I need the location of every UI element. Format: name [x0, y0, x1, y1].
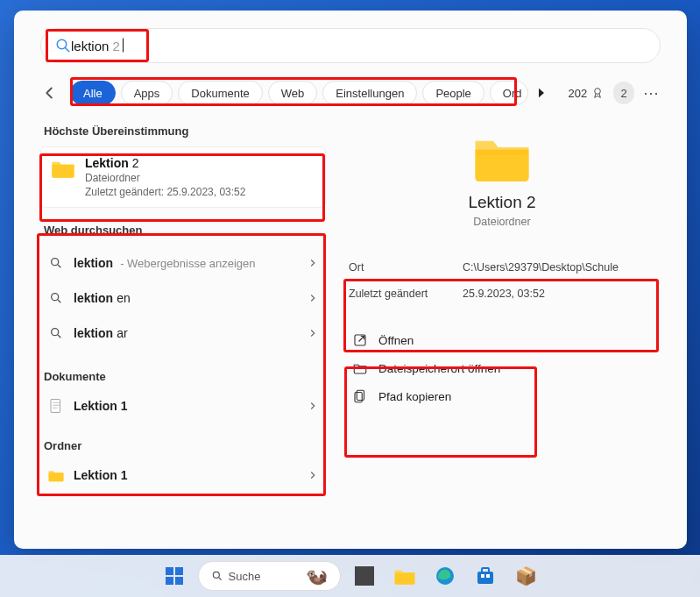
svg-rect-19: [175, 577, 183, 585]
taskbar-search-illustration: 🦦: [306, 565, 328, 586]
best-match-type: Dateiordner: [85, 172, 245, 184]
svg-line-8: [58, 335, 60, 338]
svg-point-7: [52, 329, 59, 336]
tab-settings[interactable]: Einstellungen: [322, 81, 417, 105]
back-arrow-icon[interactable]: [40, 83, 60, 103]
open-external-icon: [352, 332, 368, 348]
preview-subtitle: Dateiordner: [343, 216, 661, 228]
search-panel: lektion 2 Alle Apps Dokumente Web Einste…: [14, 11, 687, 549]
svg-rect-26: [486, 574, 490, 578]
svg-rect-9: [51, 400, 60, 413]
svg-line-4: [58, 265, 60, 267]
location-value: C:\Users\29379\Desktop\Schule: [463, 261, 655, 274]
windows-logo-icon: [164, 565, 185, 586]
svg-line-6: [58, 300, 60, 302]
svg-point-20: [213, 572, 219, 578]
edge-icon: [435, 565, 456, 586]
start-button[interactable]: [158, 559, 191, 593]
preview-pane: Lektion 2 Dateiordner OrtC:\Users\29379\…: [343, 124, 661, 493]
folder-outline-icon: [352, 360, 368, 376]
search-icon: [211, 570, 223, 582]
svg-line-21: [218, 578, 221, 580]
tab-documents[interactable]: Dokumente: [178, 81, 262, 105]
preview-title: Lektion 2: [343, 193, 661, 212]
best-match-header: Höchste Übereinstimmung: [44, 124, 326, 138]
taskbar-app[interactable]: [348, 559, 381, 593]
filter-tabs: Alle Apps Dokumente Web Einstellungen Pe…: [68, 77, 551, 109]
document-result[interactable]: Lektion 1: [40, 388, 326, 423]
svg-rect-18: [166, 577, 173, 585]
rewards-points[interactable]: 202: [569, 86, 605, 100]
best-match-item[interactable]: Lektion 2 Dateiordner Zuletzt geändert: …: [40, 146, 326, 208]
taskbar-explorer[interactable]: [388, 559, 421, 593]
folder-icon: [47, 468, 65, 482]
rewards-medal-icon: [590, 86, 605, 100]
chevron-right-icon: [307, 257, 319, 269]
svg-point-3: [52, 259, 59, 266]
chevron-right-icon: [307, 292, 319, 304]
location-key: Ort: [349, 261, 463, 274]
folders-header: Ordner: [44, 439, 326, 452]
notification-badge[interactable]: 2: [613, 82, 634, 104]
search-icon: [49, 291, 63, 305]
taskbar-store[interactable]: [469, 559, 502, 593]
web-result[interactable]: lektionar: [40, 316, 326, 351]
folder-icon: [470, 133, 534, 184]
best-match-modified: Zuletzt geändert: 25.9.2023, 03:52: [85, 186, 245, 198]
action-copy-path[interactable]: Pfad kopieren: [349, 382, 655, 410]
folder-icon: [393, 566, 416, 586]
chevron-right-icon: [307, 327, 319, 339]
tab-apps[interactable]: Apps: [121, 81, 173, 105]
svg-rect-25: [481, 574, 484, 578]
action-open[interactable]: Öffnen: [349, 326, 655, 354]
more-options-icon[interactable]: ⋯: [643, 83, 661, 103]
action-open-location[interactable]: Dateispeicherort öffnen: [349, 354, 655, 382]
search-icon: [49, 256, 63, 270]
tab-people[interactable]: People: [422, 81, 484, 105]
taskbar-search[interactable]: Suche 🦦: [198, 561, 342, 591]
web-result[interactable]: lektionen: [40, 281, 326, 316]
taskbar-app-2[interactable]: 📦: [509, 559, 542, 593]
copy-icon: [352, 388, 368, 404]
document-icon: [49, 398, 63, 414]
svg-rect-17: [175, 567, 183, 575]
tabs-scroll-right-icon[interactable]: [534, 85, 549, 101]
modified-value: 25.9.2023, 03:52: [463, 288, 655, 300]
svg-line-1: [65, 47, 69, 52]
store-icon: [475, 565, 496, 586]
svg-rect-16: [166, 567, 173, 575]
search-icon: [55, 38, 71, 53]
web-search-header: Web durchsuchen: [44, 224, 326, 237]
preview-details: OrtC:\Users\29379\Desktop\Schule Zuletzt…: [349, 254, 655, 307]
documents-header: Dokumente: [44, 370, 326, 383]
tab-folders-cut[interactable]: Ord: [490, 81, 528, 105]
taskbar: Suche 🦦 📦: [0, 555, 700, 597]
taskbar-edge[interactable]: [428, 559, 462, 593]
svg-rect-24: [482, 568, 489, 572]
search-bar[interactable]: lektion 2: [40, 28, 661, 63]
folder-result[interactable]: Lektion 1: [40, 458, 326, 493]
search-icon: [49, 326, 63, 340]
svg-rect-23: [477, 572, 493, 584]
chevron-right-icon: [307, 400, 319, 412]
web-result[interactable]: lektion - Webergebnisse anzeigen: [40, 245, 326, 281]
best-match-title: Lektion 2: [85, 156, 245, 170]
tab-all[interactable]: Alle: [70, 81, 116, 105]
svg-point-2: [595, 89, 601, 95]
tab-web[interactable]: Web: [268, 81, 318, 105]
modified-key: Zuletzt geändert: [349, 288, 463, 300]
search-input[interactable]: [80, 38, 246, 53]
folder-icon: [50, 158, 76, 179]
svg-point-5: [52, 294, 59, 301]
package-icon: 📦: [515, 565, 537, 586]
results-column: Höchste Übereinstimmung Lektion 2 Dateio…: [40, 124, 326, 493]
chevron-right-icon: [307, 469, 319, 481]
